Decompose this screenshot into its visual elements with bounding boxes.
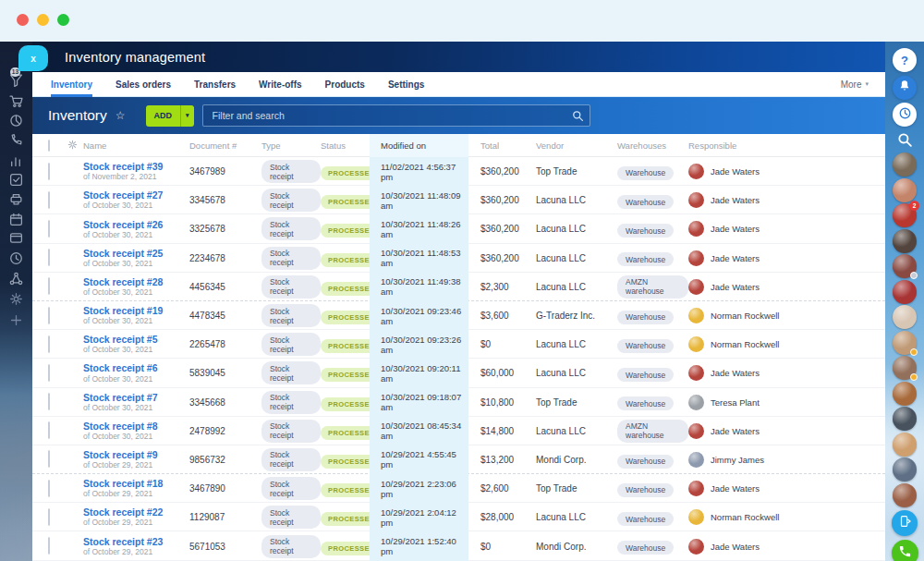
document-link[interactable]: Stock receipt #27: [83, 189, 189, 201]
row-checkbox[interactable]: [32, 481, 66, 497]
sidebar-item-filter-icon[interactable]: 13: [0, 73, 32, 87]
sidebar-item-plus-icon[interactable]: [0, 313, 32, 327]
user-avatar[interactable]: 2: [893, 203, 917, 227]
row-checkbox[interactable]: [32, 422, 66, 439]
sidebar-item-tasks-icon[interactable]: [0, 173, 32, 187]
responsible-name[interactable]: Norman Rockwell: [711, 339, 779, 349]
call-button[interactable]: [892, 540, 918, 561]
responsible-name[interactable]: Jade Waters: [711, 224, 760, 234]
document-link[interactable]: Stock receipt #23: [83, 536, 189, 547]
column-header-responsible[interactable]: Responsible: [688, 140, 885, 151]
column-header-vendor[interactable]: Vendor: [536, 140, 614, 151]
sidebar-item-clock-icon[interactable]: [0, 251, 32, 265]
sidebar-item-cart-icon[interactable]: [0, 94, 32, 108]
tab-sales-orders[interactable]: Sales orders: [116, 72, 171, 97]
user-avatar[interactable]: [893, 152, 917, 177]
responsible-name[interactable]: Jade Waters: [711, 253, 760, 263]
chevron-down-icon[interactable]: ▾: [181, 112, 194, 119]
document-link[interactable]: Stock receipt #25: [83, 248, 189, 259]
search-input[interactable]: [202, 104, 590, 127]
traffic-light-zoom-icon[interactable]: [57, 14, 69, 26]
document-link[interactable]: Stock receipt #22: [83, 506, 189, 518]
user-avatar[interactable]: [893, 356, 917, 380]
user-avatar[interactable]: [893, 433, 917, 457]
responsible-name[interactable]: Jade Waters: [711, 195, 760, 205]
row-checkbox[interactable]: [32, 250, 66, 266]
document-link[interactable]: Stock receipt #6: [83, 362, 189, 373]
responsible-name[interactable]: Jade Waters: [711, 166, 760, 177]
row-checkbox[interactable]: [32, 538, 66, 555]
user-avatar[interactable]: [893, 407, 917, 431]
star-icon[interactable]: ☆: [116, 109, 126, 122]
sidebar-item-printer-icon[interactable]: [0, 192, 32, 206]
responsible-name[interactable]: Norman Rockwell: [711, 512, 779, 522]
user-avatar[interactable]: [893, 331, 917, 355]
sidebar-item-gear-icon[interactable]: [0, 292, 32, 306]
sidebar-item-window-icon[interactable]: [0, 231, 32, 245]
column-settings-gear-icon[interactable]: [67, 140, 83, 152]
responsible-name[interactable]: Jade Waters: [711, 483, 760, 494]
sidebar-item-network-icon[interactable]: [0, 272, 32, 286]
column-header-type[interactable]: Type: [261, 140, 321, 151]
row-checkbox[interactable]: [32, 164, 66, 180]
document-link[interactable]: Stock receipt #8: [83, 421, 189, 432]
help-button[interactable]: ?: [893, 48, 917, 72]
responsible-name[interactable]: Jade Waters: [711, 426, 760, 436]
column-header-modified-on[interactable]: Modified on: [370, 134, 468, 157]
select-all-checkbox[interactable]: [32, 140, 66, 151]
responsible-name[interactable]: Jimmy James: [711, 455, 764, 465]
document-link[interactable]: Stock receipt #26: [83, 219, 189, 230]
responsible-name[interactable]: Jade Waters: [711, 282, 760, 292]
responsible-name[interactable]: Norman Rockwell: [711, 311, 779, 321]
add-button[interactable]: ADD ▾: [146, 105, 194, 127]
responsible-name[interactable]: Teresa Plant: [711, 397, 760, 408]
column-header-status[interactable]: Status: [321, 140, 370, 151]
sidebar-item-sales-icon[interactable]: [0, 114, 32, 128]
row-checkbox[interactable]: [32, 221, 66, 238]
sidebar-item-phone-icon[interactable]: [0, 133, 32, 147]
responsible-name[interactable]: Jade Waters: [711, 542, 760, 552]
tab-products[interactable]: Products: [325, 72, 365, 97]
user-avatar[interactable]: [893, 178, 917, 202]
document-link[interactable]: Stock receipt #18: [83, 478, 189, 489]
notifications-button[interactable]: [893, 76, 917, 100]
document-link[interactable]: Stock receipt #7: [83, 392, 189, 403]
row-checkbox[interactable]: [32, 278, 66, 295]
column-header-document-[interactable]: Document #: [189, 140, 261, 151]
tab-settings[interactable]: Settings: [388, 72, 424, 97]
history-button[interactable]: [893, 103, 917, 127]
tab-transfers[interactable]: Transfers: [194, 72, 236, 97]
traffic-light-close-icon[interactable]: [17, 14, 29, 26]
user-avatar[interactable]: [893, 382, 917, 406]
sidebar-item-calendar-icon[interactable]: [0, 213, 32, 226]
more-menu[interactable]: More ▾: [841, 79, 869, 90]
sidebar-item-chart-icon[interactable]: [0, 153, 32, 167]
global-search-button[interactable]: [897, 133, 913, 150]
row-checkbox[interactable]: [32, 509, 66, 526]
user-avatar[interactable]: [893, 280, 917, 304]
screen-share-button[interactable]: [892, 510, 918, 536]
row-checkbox[interactable]: [32, 365, 66, 382]
row-checkbox[interactable]: [32, 308, 66, 324]
search-icon[interactable]: [572, 109, 584, 126]
traffic-light-minimize-icon[interactable]: [37, 14, 49, 26]
document-link[interactable]: Stock receipt #19: [83, 305, 189, 316]
row-checkbox[interactable]: [32, 451, 66, 468]
document-link[interactable]: Stock receipt #9: [83, 449, 189, 460]
column-header-name[interactable]: Name: [83, 140, 189, 151]
tab-write-offs[interactable]: Write-offs: [259, 72, 301, 97]
user-avatar[interactable]: [893, 229, 917, 253]
column-header-total[interactable]: Total: [468, 140, 536, 151]
user-avatar[interactable]: [893, 483, 917, 507]
column-header-warehouses[interactable]: Warehouses: [614, 140, 688, 151]
user-avatar[interactable]: [893, 305, 917, 329]
user-avatar[interactable]: [893, 457, 917, 482]
responsible-name[interactable]: Jade Waters: [711, 368, 760, 378]
user-avatar[interactable]: [893, 254, 917, 278]
row-checkbox[interactable]: [32, 192, 66, 209]
row-checkbox[interactable]: [32, 336, 66, 353]
document-link[interactable]: Stock receipt #28: [83, 276, 189, 287]
tab-inventory[interactable]: Inventory: [51, 72, 92, 97]
close-tab-button[interactable]: x: [18, 45, 48, 71]
document-link[interactable]: Stock receipt #5: [83, 334, 189, 345]
